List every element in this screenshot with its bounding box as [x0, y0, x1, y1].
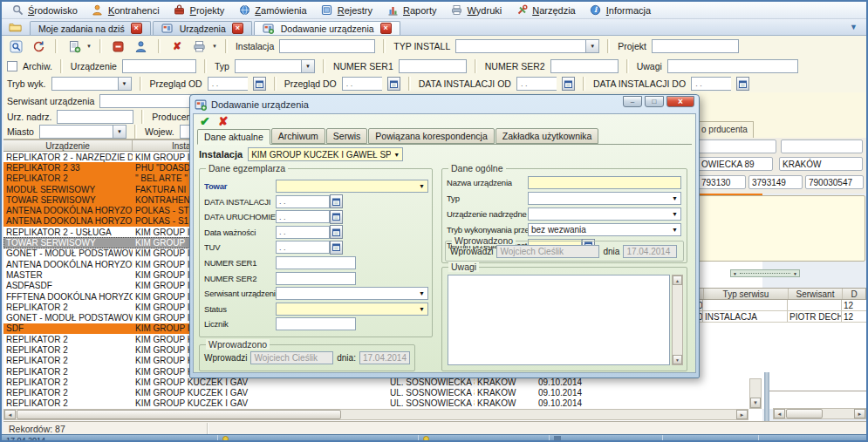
calendar-icon[interactable]: [562, 77, 575, 91]
tab-serwis[interactable]: Serwis: [326, 128, 368, 144]
data-waznosci-field[interactable]: . .: [276, 226, 330, 239]
tab-archiwum[interactable]: Archiwum: [271, 128, 325, 144]
chevron-down-icon[interactable]: ▼: [669, 211, 678, 217]
numer-ser2-input[interactable]: [550, 59, 619, 73]
vertical-scrollbar[interactable]: ▼: [749, 378, 762, 409]
archiw-checkbox[interactable]: [7, 61, 17, 71]
column-header-urzadzenie[interactable]: Urządzenie: [3, 140, 133, 151]
licznik-input[interactable]: [276, 317, 356, 330]
panel-splitter[interactable]: [764, 372, 769, 421]
print-button[interactable]: [191, 38, 208, 54]
miasto-dropdown[interactable]: ▼: [39, 125, 126, 139]
detail-field[interactable]: [698, 139, 776, 153]
menu-item-narzedzia[interactable]: Narzędzia: [511, 3, 584, 17]
collapse-splitter[interactable]: ▼▼: [730, 269, 800, 277]
data-instalacji-od-date[interactable]: . .: [516, 77, 557, 91]
tab-moje-zadania[interactable]: Moje zadania na dziś ×: [30, 21, 151, 35]
minimize-button[interactable]: –: [623, 96, 642, 107]
urz-nadrz-input[interactable]: [57, 110, 133, 124]
menu-item-informacja[interactable]: iInformacja: [585, 3, 659, 17]
dialog-titlebar[interactable]: Dodawanie urządzenia – □ ×: [193, 95, 696, 113]
menu-item-projekty[interactable]: Projekty: [169, 3, 233, 17]
przeglad-do-date[interactable]: . .: [342, 77, 382, 91]
chevron-down-icon[interactable]: ▼: [669, 195, 678, 201]
tab-powiazana-korespondencja[interactable]: Powiązana korespondencja: [368, 128, 494, 144]
table-row[interactable]: REPLIKATOR 2KIM GROUP KUCZEK I GAVUL. SO…: [3, 377, 762, 387]
city-field[interactable]: KRAKÓW: [779, 157, 863, 171]
typ-dropdown[interactable]: ▼: [528, 192, 681, 205]
scroll-up-icon[interactable]: ▲: [673, 275, 682, 285]
calendar-icon[interactable]: [387, 77, 400, 91]
chevron-down-icon[interactable]: ▼: [212, 44, 217, 49]
chevron-down-icon[interactable]: ▼: [113, 126, 126, 138]
table-row[interactable]: 012: [697, 300, 866, 311]
scroll-down-icon[interactable]: ▼: [750, 398, 761, 408]
tab-dodawanie-urzadzenia[interactable]: Dodawanie urządzenia ×: [254, 21, 400, 35]
serwisant-urzadzenia-dropdown[interactable]: ▼: [276, 287, 428, 300]
tryb-wykonywania-dropdown[interactable]: bez wezwania▼: [528, 223, 681, 236]
calendar-icon[interactable]: [330, 194, 343, 208]
notes-box[interactable]: [697, 195, 865, 262]
scroll-left-icon[interactable]: ◄: [774, 409, 785, 418]
chevron-down-icon[interactable]: ▼: [118, 78, 131, 90]
instalacja-filter-input[interactable]: [279, 39, 375, 53]
search-button[interactable]: [7, 38, 24, 54]
status-dropdown[interactable]: ▼: [276, 303, 428, 316]
scrollbar-thumb[interactable]: [786, 409, 823, 418]
tryb-wyk-dropdown[interactable]: ▼: [51, 77, 132, 91]
typ-dropdown[interactable]: ▼: [235, 59, 315, 73]
data-instalacji-field[interactable]: . .: [276, 195, 330, 208]
column-header-typ-serwisu[interactable]: Typ serwisu: [704, 289, 789, 299]
table-row[interactable]: REPLIKATOR 2KIM GROUP KUCZEK I GAVUL. SO…: [3, 388, 762, 398]
refresh-button[interactable]: [30, 38, 47, 54]
menu-item-raporty[interactable]: Raporty: [382, 3, 445, 17]
tab-zakladka-uzytkownika[interactable]: Zakładka użytkownika: [496, 128, 599, 144]
nazwa-urzadzenia-input[interactable]: [528, 176, 681, 189]
chevron-down-icon[interactable]: ▼: [416, 183, 425, 189]
horizontal-scrollbar[interactable]: ◄ ►: [3, 409, 748, 420]
delete-button[interactable]: ✘: [168, 38, 186, 54]
calendar-icon[interactable]: [330, 225, 343, 239]
table-row[interactable]: REPLIKATOR 2KIM GROUP KUCZEK I GAVUL. SO…: [3, 398, 762, 409]
calendar-icon[interactable]: [330, 241, 343, 255]
tab-dane-aktualne[interactable]: Dane aktualne: [197, 129, 270, 145]
column-header-serwisant[interactable]: Serwisant: [789, 289, 843, 299]
table-row[interactable]: 0INSTALACJAPIOTR DECHNIK12: [697, 311, 866, 323]
chevron-down-icon[interactable]: ▼: [585, 40, 598, 52]
numer-ser1-input[interactable]: [276, 256, 356, 269]
scroll-down-icon[interactable]: ▼: [673, 355, 682, 364]
przeglad-od-date[interactable]: . .: [208, 77, 248, 91]
uwagi-textarea[interactable]: [448, 275, 670, 365]
numer-ser2-input[interactable]: [276, 272, 356, 285]
chevron-down-icon[interactable]: ▼: [86, 44, 92, 49]
tab-producer[interactable]: o prducenta: [697, 121, 754, 138]
urzadzenie-filter-input[interactable]: [122, 59, 196, 73]
numer-ser1-input[interactable]: [399, 59, 467, 73]
column-header-data[interactable]: D: [843, 289, 865, 299]
confirm-icon[interactable]: ✔: [200, 114, 210, 128]
close-icon[interactable]: ×: [131, 23, 142, 34]
chevron-down-icon[interactable]: ▼: [416, 306, 425, 312]
cancel-icon[interactable]: ✘: [218, 114, 229, 128]
uwagi-filter-input[interactable]: [667, 59, 798, 73]
menu-item-rejestry[interactable]: Rejestry: [317, 3, 380, 17]
calendar-icon[interactable]: [736, 77, 749, 91]
tuv-field[interactable]: . .: [276, 241, 330, 254]
menu-item-kontrahenci[interactable]: Kontrahenci: [87, 3, 167, 17]
calendar-icon[interactable]: [253, 77, 266, 91]
urzadzenie-nadrzedne-dropdown[interactable]: ▼: [528, 207, 681, 221]
address-field[interactable]: OWIECKA 89: [698, 157, 773, 171]
scrollbar-thumb[interactable]: [17, 410, 341, 419]
new-record-button[interactable]: [65, 38, 83, 54]
chevron-down-icon[interactable]: ▼: [669, 227, 678, 233]
phone-field[interactable]: 793130: [698, 175, 746, 189]
menu-item-srodowisko[interactable]: Środowisko: [7, 3, 85, 17]
towar-dropdown[interactable]: ▼: [276, 180, 428, 193]
menu-item-wydruki[interactable]: Wydruki: [447, 3, 510, 17]
chevron-down-icon[interactable]: ▼: [850, 23, 866, 31]
typ-install-dropdown[interactable]: ▼: [455, 39, 599, 53]
horizontal-scrollbar[interactable]: ◄ ►: [773, 408, 866, 419]
phone-field[interactable]: 790030547: [805, 175, 864, 189]
tab-urzadzenia[interactable]: Urządzenia ×: [153, 21, 252, 35]
user-button[interactable]: [133, 38, 150, 54]
